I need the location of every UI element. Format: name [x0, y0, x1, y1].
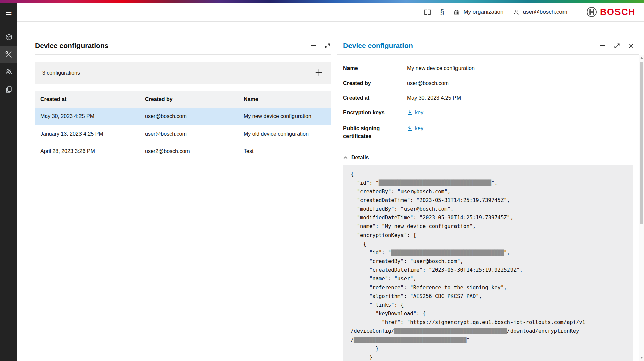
download-icon: [407, 125, 413, 131]
field-created-by: Created by user@bosch.com: [343, 79, 633, 87]
organization-icon: [453, 9, 460, 16]
legal-section-icon[interactable]: §: [440, 8, 444, 16]
expand-icon[interactable]: [324, 42, 331, 49]
add-configuration-button[interactable]: [314, 68, 323, 78]
chevron-up-icon: [343, 155, 348, 160]
page-title: Device configurations: [35, 42, 108, 50]
field-label: Created by: [343, 79, 407, 87]
configurations-table: Created at Created by Name May 30, 2023 …: [35, 91, 331, 160]
download-icon: [407, 110, 413, 115]
field-label: Public signing certificates: [343, 124, 407, 140]
scrollbar-thumb[interactable]: [640, 62, 643, 224]
field-public-signing-certificates: Public signing certificates key: [343, 124, 633, 140]
bosch-wordmark: BOSCH: [600, 7, 635, 17]
field-name: Name My new device configuration: [343, 64, 633, 72]
sidebar-item-documents[interactable]: [0, 81, 17, 98]
sidebar-item-packages[interactable]: [0, 28, 17, 46]
workspace: Device configurations 3 configurations C…: [17, 22, 644, 361]
table-row[interactable]: May 30, 2023 4:25 PM user@bosch.com My n…: [35, 108, 331, 125]
device-configurations-panel-header: Device configurations: [35, 37, 331, 55]
users-icon: [5, 68, 13, 76]
minimize-icon[interactable]: [310, 42, 317, 49]
cell-name: My new device configuration: [238, 108, 331, 125]
cell-created-at: May 30, 2023 4:25 PM: [35, 108, 140, 125]
configurations-toolbar: 3 configurations: [35, 62, 331, 84]
signing-certificate-download-link[interactable]: key: [407, 124, 423, 132]
details-collapse-toggle[interactable]: Details: [343, 155, 633, 161]
table-header-row: Created at Created by Name: [35, 91, 331, 108]
device-configurations-panel: Device configurations 3 configurations C…: [35, 37, 331, 160]
tools-icon: [5, 51, 13, 58]
user-email-label: user@bosch.com: [523, 9, 567, 15]
left-panel-window-controls: [310, 42, 331, 49]
organization-label: My organization: [463, 9, 503, 15]
sidebar-item-device-configurations[interactable]: [0, 46, 17, 63]
scroll-down-icon[interactable]: [639, 355, 644, 360]
sidebar: ☰: [0, 3, 17, 361]
detail-panel-header: Device configuration: [337, 37, 639, 55]
field-label: Created at: [343, 94, 407, 102]
plus-icon: [314, 68, 323, 77]
close-icon[interactable]: [628, 42, 634, 49]
table-row[interactable]: April 28, 2023 3:26 PM user2@bosch.com T…: [35, 143, 331, 160]
minimize-icon[interactable]: [599, 42, 606, 49]
topbar: § My organization user@bosch.com BOSCH: [17, 3, 644, 22]
expand-icon[interactable]: [613, 42, 620, 49]
column-header-name: Name: [238, 91, 331, 108]
detail-panel-body: Name My new device configuration Created…: [337, 55, 639, 361]
details-toggle-label: Details: [351, 155, 369, 161]
cell-created-by: user@bosch.com: [140, 108, 238, 125]
device-configuration-detail-panel: Device configuration Name My new device …: [337, 37, 639, 361]
details-json: { "id": "███████████████████████████████…: [343, 165, 633, 361]
field-value: My new device configuration: [407, 64, 475, 72]
column-header-created-by: Created by: [140, 91, 238, 108]
sidebar-item-user-management[interactable]: [0, 63, 17, 81]
cell-created-at: April 28, 2023 3:26 PM: [35, 143, 140, 160]
bosch-supergraphic: [0, 0, 644, 3]
cell-created-by: user2@bosch.com: [140, 143, 238, 160]
document-copy-icon: [5, 86, 13, 93]
detail-fields: Name My new device configuration Created…: [343, 64, 633, 147]
user-icon: [513, 9, 520, 16]
bosch-symbol-icon: [586, 7, 597, 17]
field-value: user@bosch.com: [407, 79, 449, 87]
cell-created-by: user@bosch.com: [140, 125, 238, 143]
detail-panel-title: Device configuration: [343, 42, 413, 50]
package-cube-icon: [5, 33, 13, 41]
menu-icon[interactable]: ☰: [0, 6, 17, 19]
field-encryption-keys: Encryption keys key: [343, 109, 633, 117]
download-link-label: key: [415, 124, 423, 132]
scroll-up-icon[interactable]: [639, 55, 644, 61]
cell-created-at: January 13, 2023 4:25 PM: [35, 125, 140, 143]
organization-menu[interactable]: My organization: [453, 9, 503, 16]
field-value: May 30, 2023 4:25 PM: [407, 94, 461, 102]
encryption-key-download-link[interactable]: key: [407, 109, 423, 116]
split-view-icon[interactable]: [424, 9, 431, 16]
sidebar-nav: [0, 28, 17, 98]
detail-panel-window-controls: [599, 42, 634, 49]
download-link-label: key: [415, 109, 423, 116]
table-row[interactable]: January 13, 2023 4:25 PM user@bosch.com …: [35, 125, 331, 143]
column-header-created-at: Created at: [35, 91, 140, 108]
user-menu[interactable]: user@bosch.com: [513, 9, 567, 16]
cell-name: My old device configuration: [238, 125, 331, 143]
field-label: Encryption keys: [343, 109, 407, 117]
vertical-scrollbar[interactable]: [639, 55, 644, 361]
cell-name: Test: [238, 143, 331, 160]
bosch-logo[interactable]: BOSCH: [586, 7, 635, 17]
field-label: Name: [343, 64, 407, 72]
configuration-count-label: 3 configurations: [42, 70, 80, 76]
field-created-at: Created at May 30, 2023 4:25 PM: [343, 94, 633, 102]
